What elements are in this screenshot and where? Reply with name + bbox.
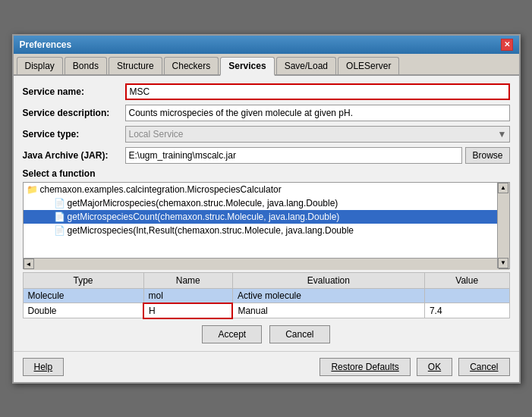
tree-item-func2-label: getMicrospeciesCount(chemaxon.struc.Mole… (68, 212, 340, 222)
tree-item-func3-label: getMicrospecies(Int,Result(chemaxon.stru… (68, 225, 354, 236)
vertical-scrollbar[interactable]: ▲ ▼ (497, 183, 509, 268)
horizontal-scrollbar[interactable]: ◄ ► (24, 258, 509, 270)
tab-checkers[interactable]: Checkers (164, 57, 219, 74)
scroll-left-button[interactable]: ◄ (24, 259, 34, 269)
java-archive-label: Java Archive (JAR): (23, 150, 125, 161)
service-desc-row: Service description: (23, 105, 510, 121)
tree-item-root[interactable]: 📁 chemaxon.examples.calcintegration.Micr… (24, 183, 497, 196)
select-function-label: Select a function (23, 168, 510, 179)
cancel-button[interactable]: Cancel (269, 325, 329, 343)
service-name-label: Service name: (23, 86, 125, 97)
row1-evaluation: Active molecule (232, 288, 424, 303)
row2-type: Double (23, 303, 143, 318)
service-name-row: Service name: (23, 83, 510, 100)
table-row: Double H Manual 7.4 (23, 303, 509, 318)
tree-item-func2[interactable]: 📄 getMicrospeciesCount(chemaxon.struc.Mo… (24, 210, 497, 224)
tree-item-root-label: chemaxon.examples.calcintegration.Micros… (40, 184, 282, 195)
file-icon-2: 📄 (54, 212, 65, 222)
file-icon-1: 📄 (54, 198, 65, 208)
scroll-track-v (498, 193, 508, 258)
tree-item-func1[interactable]: 📄 getMajorMicrospecies(chemaxon.struc.Mo… (24, 196, 497, 210)
col-header-evaluation: Evaluation (232, 272, 424, 288)
preferences-dialog: Preferences ✕ Display Bonds Structure Ch… (12, 34, 521, 384)
row2-evaluation: Manual (232, 303, 424, 318)
service-name-input[interactable] (125, 83, 510, 100)
service-type-row: Service type: Local Service ▼ (23, 126, 510, 143)
ok-button[interactable]: OK (417, 358, 452, 376)
tab-saveload[interactable]: Save/Load (276, 57, 336, 74)
function-tree: 📁 chemaxon.examples.calcintegration.Micr… (23, 182, 510, 269)
params-table: Type Name Evaluation Value Molecule mol … (23, 272, 510, 319)
title-bar: Preferences ✕ (14, 36, 519, 54)
browse-button[interactable]: Browse (465, 147, 509, 164)
accept-cancel-row: Accept Cancel (23, 325, 510, 343)
bottom-bar: Help Restore Defaults OK Cancel (14, 351, 519, 382)
row1-type: Molecule (23, 288, 143, 303)
file-icon-3: 📄 (54, 225, 65, 236)
row1-name: mol (143, 288, 232, 303)
window-title: Preferences (20, 39, 72, 50)
tab-content: Service name: Service description: Servi… (14, 76, 519, 351)
tree-item-func3[interactable]: 📄 getMicrospecies(Int,Result(chemaxon.st… (24, 224, 497, 237)
close-button[interactable]: ✕ (501, 39, 513, 51)
tab-bar: Display Bonds Structure Checkers Service… (14, 54, 519, 76)
service-type-select[interactable]: Local Service (125, 126, 510, 143)
folder-icon: 📁 (27, 184, 37, 195)
scroll-up-button[interactable]: ▲ (498, 183, 508, 193)
java-archive-input[interactable] (125, 147, 463, 164)
tree-item-func1-label: getMajorMicrospecies(chemaxon.struc.Mole… (68, 198, 338, 208)
tab-structure[interactable]: Structure (109, 57, 162, 74)
col-header-name: Name (143, 272, 232, 288)
scroll-track-h (34, 259, 499, 269)
table-row: Molecule mol Active molecule (23, 288, 509, 303)
row2-name[interactable]: H (143, 303, 232, 318)
restore-defaults-button[interactable]: Restore Defaults (320, 358, 410, 376)
bottom-cancel-button[interactable]: Cancel (458, 358, 509, 376)
row2-value: 7.4 (424, 303, 509, 318)
service-desc-label: Service description: (23, 108, 125, 118)
col-header-value: Value (424, 272, 509, 288)
bottom-right-buttons: Restore Defaults OK Cancel (320, 358, 509, 376)
row1-value (424, 288, 509, 303)
tab-oleserver[interactable]: OLEServer (338, 57, 399, 74)
accept-button[interactable]: Accept (202, 325, 262, 343)
service-type-wrapper: Local Service ▼ (125, 126, 510, 143)
tab-display[interactable]: Display (17, 57, 63, 74)
java-archive-row: Java Archive (JAR): Browse (23, 147, 510, 164)
tree-content: 📁 chemaxon.examples.calcintegration.Micr… (24, 183, 509, 258)
tab-services[interactable]: Services (220, 57, 274, 76)
service-type-label: Service type: (23, 129, 125, 140)
scroll-down-button[interactable]: ▼ (498, 258, 508, 268)
service-desc-input[interactable] (125, 105, 510, 121)
tab-bonds[interactable]: Bonds (65, 57, 107, 74)
help-button[interactable]: Help (23, 358, 65, 376)
col-header-type: Type (23, 272, 143, 288)
